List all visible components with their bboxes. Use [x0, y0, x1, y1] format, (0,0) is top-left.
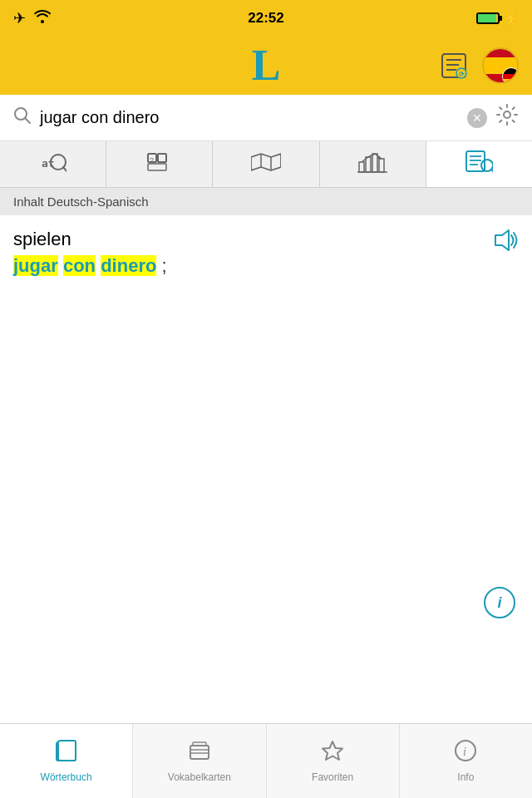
- bottom-nav: Wörterbuch Vokabelkarten Favoriten i: [0, 723, 532, 798]
- app-logo: L: [252, 44, 281, 87]
- svg-point-8: [504, 111, 510, 118]
- nav-info[interactable]: i Info: [400, 724, 532, 798]
- chart-icon: [357, 150, 387, 179]
- nav-vokabelkarten[interactable]: Vokabelkarten: [133, 724, 266, 798]
- tab-grammar[interactable]: ?: [106, 141, 213, 187]
- search-input[interactable]: jugar con dinero: [40, 108, 459, 127]
- svg-rect-35: [193, 742, 206, 746]
- grammar-icon: ?: [146, 150, 173, 179]
- app-header: L ⟳: [0, 37, 532, 95]
- svg-rect-19: [366, 157, 371, 172]
- sound-button[interactable]: [492, 229, 519, 257]
- info-nav-icon: i: [454, 739, 477, 768]
- history-button[interactable]: ⟳: [436, 47, 472, 84]
- search-text-icon: at: [40, 150, 66, 179]
- tab-search-text[interactable]: at: [0, 141, 106, 187]
- content-section-header: Inhalt Deutsch-Spanisch: [0, 188, 532, 215]
- status-bar-left: ✈: [13, 9, 51, 27]
- nav-woerterbuch[interactable]: Wörterbuch: [0, 724, 133, 798]
- map-icon: [251, 150, 281, 179]
- tabs-bar: at ?: [0, 141, 532, 188]
- german-word: spielen: [13, 229, 519, 250]
- svg-rect-15: [148, 164, 166, 170]
- nav-vokabelkarten-label: Vokabelkarten: [168, 771, 231, 783]
- airplane-icon: ✈: [13, 9, 26, 27]
- header-right-buttons: ⟳: [436, 47, 519, 84]
- content-area: Inhalt Deutsch-Spanisch spielen jugar co…: [0, 188, 532, 702]
- wifi-icon: [34, 10, 51, 27]
- svg-rect-32: [190, 746, 209, 759]
- translation-suffix: ;: [162, 255, 167, 276]
- nav-info-label: Info: [457, 771, 474, 783]
- nav-favoriten-label: Favoriten: [312, 771, 353, 783]
- info-circle-label: i: [497, 594, 501, 612]
- tab-chart[interactable]: [320, 141, 426, 187]
- tab-fulltext[interactable]: [426, 141, 532, 187]
- svg-rect-20: [372, 154, 377, 172]
- highlight-con: con: [63, 255, 96, 276]
- search-icon: [13, 106, 32, 129]
- tab-map[interactable]: [213, 141, 319, 187]
- svg-rect-13: [158, 154, 166, 162]
- cards-icon: [187, 739, 212, 768]
- svg-line-11: [63, 167, 66, 172]
- svg-rect-18: [359, 162, 364, 172]
- translation-line: jugar con dinero ;: [13, 254, 519, 279]
- svg-rect-21: [379, 159, 384, 172]
- svg-marker-36: [323, 741, 342, 760]
- result-block: spielen jugar con dinero ;: [0, 215, 532, 288]
- info-circle-button[interactable]: i: [484, 587, 515, 618]
- search-clear-button[interactable]: ✕: [467, 108, 487, 128]
- highlight-dinero: dinero: [101, 255, 156, 276]
- status-bar-time: 22:52: [248, 10, 283, 27]
- book-icon: [54, 739, 79, 768]
- svg-text:i: i: [463, 746, 466, 758]
- status-bar-right: ⚡: [476, 12, 519, 25]
- svg-marker-30: [495, 230, 509, 250]
- language-flag-button[interactable]: [482, 47, 519, 84]
- battery-icon: [476, 12, 500, 24]
- svg-text:⟳: ⟳: [459, 71, 465, 78]
- highlight-jugar: jugar: [13, 255, 58, 276]
- svg-line-7: [25, 118, 30, 123]
- star-icon: [320, 739, 345, 768]
- settings-button[interactable]: [495, 103, 519, 132]
- status-bar: ✈ 22:52 ⚡: [0, 0, 532, 37]
- nav-favoriten[interactable]: Favoriten: [267, 724, 400, 798]
- secondary-flag: [502, 67, 519, 84]
- nav-woerterbuch-label: Wörterbuch: [41, 771, 92, 783]
- fulltext-icon: [465, 150, 493, 178]
- lightning-icon: ⚡: [505, 12, 519, 25]
- search-bar: jugar con dinero ✕: [0, 95, 532, 141]
- svg-line-29: [491, 170, 493, 173]
